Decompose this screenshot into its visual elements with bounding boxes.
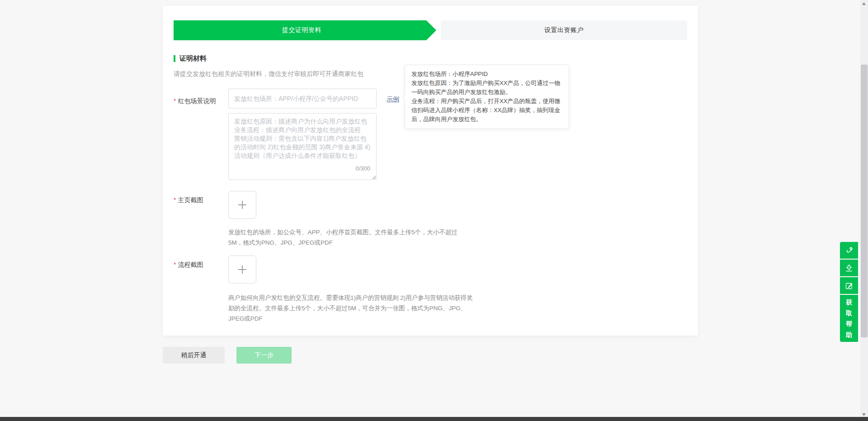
scene-description-field: 0/300 bbox=[228, 113, 377, 180]
link-icon bbox=[844, 246, 854, 255]
scene-description-textarea[interactable] bbox=[228, 113, 377, 180]
link-button[interactable] bbox=[840, 242, 858, 259]
page: 提交证明资料 设置出资账户 证明材料 请提交发放红包相关的证明材料，微信支付审核… bbox=[0, 0, 868, 421]
open-later-button[interactable]: 稍后开通 bbox=[163, 347, 225, 364]
tooltip-line: 发放红包原因：为了激励用户购买XX产品，公司通过一物一码向购买产品的用户发放红包… bbox=[411, 79, 562, 97]
tooltip-line: 发放红包场所：小程序APPID bbox=[411, 70, 562, 79]
side-toolbar: 获取帮助 bbox=[840, 242, 858, 342]
section-title-text: 证明材料 bbox=[179, 54, 207, 63]
section-title-accent-bar bbox=[174, 55, 175, 62]
taskbar-strip bbox=[0, 417, 868, 421]
field-label-homepage-screenshot: *主页截图 bbox=[174, 196, 203, 204]
feedback-button[interactable] bbox=[840, 277, 858, 294]
step-set-funding-account: 设置出资账户 bbox=[441, 20, 687, 40]
get-help-label: 获取帮助 bbox=[846, 297, 852, 340]
download-button[interactable] bbox=[840, 260, 858, 276]
edit-icon bbox=[844, 281, 854, 290]
field-label-flow-screenshot: *流程截图 bbox=[174, 261, 203, 269]
required-asterisk: * bbox=[174, 97, 176, 104]
step-label: 设置出资账户 bbox=[544, 26, 584, 34]
flow-screenshot-upload-button[interactable] bbox=[228, 255, 256, 284]
get-help-button[interactable]: 获取帮助 bbox=[840, 295, 858, 342]
example-tooltip: 发放红包场所：小程序APPID 发放红包原因：为了激励用户购买XX产品，公司通过… bbox=[405, 65, 569, 129]
download-icon bbox=[844, 264, 854, 273]
plus-icon bbox=[238, 201, 246, 209]
homepage-screenshot-helper-text: 发放红包的场所，如公众号、APP、小程序首页截图。文件最多上传5个，大小不超过5… bbox=[228, 227, 471, 248]
scrollbar-up-arrow-icon[interactable] bbox=[862, 2, 866, 5]
plus-icon bbox=[238, 265, 246, 274]
section-description: 请提交发放红包相关的证明材料，微信支付审核后即可开通商家红包 bbox=[174, 70, 363, 78]
required-asterisk: * bbox=[174, 261, 176, 268]
tooltip-line: 业务流程：用户购买产品后，打开XX产品的瓶盖，使用微信扫码进入品牌小程序（名称：… bbox=[411, 97, 562, 124]
step-submit-materials: 提交证明资料 bbox=[174, 20, 436, 40]
scrollbar-thumb[interactable] bbox=[861, 65, 868, 337]
step-label: 提交证明资料 bbox=[282, 26, 321, 34]
example-link[interactable]: 示例 bbox=[387, 95, 399, 104]
homepage-screenshot-upload-button[interactable] bbox=[228, 191, 256, 219]
step-bar: 提交证明资料 设置出资账户 bbox=[174, 20, 687, 40]
flow-screenshot-helper-text: 商户如何向用户发红包的交互流程。需要体现1)商户的营销规则 2)用户参与营销活动… bbox=[228, 293, 474, 324]
content-card: 提交证明资料 设置出资账户 证明材料 请提交发放红包相关的证明材料，微信支付审核… bbox=[163, 6, 698, 336]
next-step-button[interactable]: 下一步 bbox=[236, 347, 292, 364]
scrollbar-down-arrow-icon[interactable] bbox=[862, 413, 866, 416]
scene-appid-input[interactable] bbox=[228, 89, 377, 109]
field-label-scene: *红包场景说明 bbox=[174, 97, 216, 105]
vertical-scrollbar[interactable] bbox=[860, 0, 868, 421]
required-asterisk: * bbox=[174, 196, 176, 203]
section-title: 证明材料 bbox=[174, 54, 207, 63]
